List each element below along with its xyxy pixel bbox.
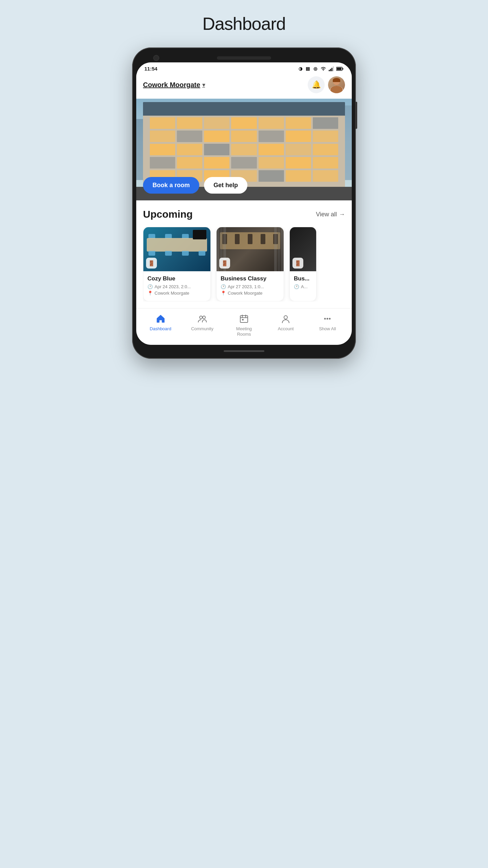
section-header: Upcoming View all → — [143, 209, 345, 220]
nav-label-dashboard: Dashboard — [150, 326, 171, 332]
nav-item-meeting-rooms[interactable]: Meeting Rooms — [232, 314, 256, 337]
svg-rect-2 — [331, 68, 332, 71]
svg-rect-13 — [242, 319, 244, 320]
window — [177, 144, 202, 155]
clock-icon: 🕐 — [294, 284, 299, 289]
svg-rect-1 — [330, 69, 331, 71]
svg-point-16 — [327, 318, 328, 320]
card-body: Business Classy 🕐 Apr 27 2023, 1:0... 📍 … — [217, 271, 284, 301]
book-room-button[interactable]: Book a room — [143, 177, 199, 194]
clock-icon: 🕐 — [147, 284, 153, 289]
card-date: 🕐 Apr 24 2023, 2:0... — [147, 284, 206, 289]
account-icon — [281, 314, 290, 325]
upcoming-section: Upcoming View all → — [136, 200, 352, 308]
svg-point-15 — [324, 318, 326, 320]
storage-icon: ▤ — [305, 66, 310, 72]
window — [259, 117, 284, 129]
bottom-navigation: Dashboard Community — [136, 308, 352, 345]
window — [259, 144, 284, 155]
card-date-text: Apr 27 2023, 1:0... — [228, 284, 264, 289]
window — [286, 170, 311, 182]
window — [204, 131, 229, 142]
more-icon — [323, 314, 332, 325]
calendar-icon — [239, 314, 249, 325]
front-camera — [153, 55, 159, 61]
hero-image: Book a room Get help — [136, 99, 352, 200]
roof — [143, 102, 345, 116]
window — [313, 157, 338, 169]
phone-top-bar — [136, 52, 352, 62]
window — [259, 157, 284, 169]
nav-item-show-all[interactable]: Show All — [316, 314, 339, 332]
window — [231, 144, 257, 155]
window — [259, 170, 284, 182]
header-actions: 🔔 — [308, 76, 345, 93]
app-header: Cowork Moorgate ▾ 🔔 — [136, 74, 352, 99]
svg-point-7 — [200, 316, 202, 319]
power-button — [355, 102, 357, 129]
hero-buttons: Book a room Get help — [143, 177, 247, 194]
window — [204, 157, 229, 169]
user-avatar-button[interactable] — [328, 76, 345, 93]
window — [286, 157, 311, 169]
phone-frame: 11:54 ◑ ▤ ◎ — [132, 47, 356, 359]
door-icon: 🚪 — [146, 258, 157, 269]
clock-icon: 🕐 — [221, 284, 226, 289]
home-indicator — [224, 350, 264, 352]
signal-icon — [329, 66, 334, 71]
notifications-button[interactable]: 🔔 — [308, 76, 325, 93]
booking-card-partial: 🚪 Bus... 🕐 A... — [289, 227, 317, 301]
door-icon: 🚪 — [292, 258, 303, 269]
svg-rect-5 — [343, 68, 344, 70]
circle-icon: ◑ — [298, 66, 303, 72]
nav-item-dashboard[interactable]: Dashboard — [149, 314, 172, 332]
window — [150, 131, 175, 142]
view-all-label: View all — [316, 211, 337, 218]
nav-label-community: Community — [191, 326, 214, 332]
svg-rect-3 — [333, 66, 334, 71]
pin-icon: 📍 — [221, 291, 226, 296]
window — [177, 117, 202, 129]
nav-item-account[interactable]: Account — [274, 314, 298, 332]
page-title: Dashboard — [202, 14, 285, 34]
booking-cards-row: 🚪 Cozy Blue 🕐 Apr 24 2023, 2:0... 📍 Cowo… — [143, 227, 345, 301]
chevron-down-icon: ▾ — [202, 82, 205, 88]
window — [204, 117, 229, 129]
door-icon: 🚪 — [219, 258, 230, 269]
get-help-button[interactable]: Get help — [204, 177, 247, 194]
home-icon — [156, 314, 165, 325]
arrow-right-icon: → — [339, 211, 345, 218]
card-body-partial: Bus... 🕐 A... — [290, 271, 316, 295]
window — [313, 144, 338, 155]
card-date-partial: 🕐 A... — [294, 284, 312, 289]
nav-label-show-all: Show All — [319, 326, 336, 332]
window — [150, 157, 175, 169]
window — [286, 117, 311, 129]
booking-card[interactable]: 🚪 Business Classy 🕐 Apr 27 2023, 1:0... … — [216, 227, 284, 301]
window — [286, 144, 311, 155]
wifi-icon — [320, 66, 327, 72]
card-title: Business Classy — [221, 275, 280, 282]
status-time: 11:54 — [144, 66, 157, 72]
card-date-text: Apr 24 2023, 2:0... — [155, 284, 191, 289]
battery-icon — [336, 66, 344, 71]
booking-card[interactable]: 🚪 Cozy Blue 🕐 Apr 24 2023, 2:0... 📍 Cowo… — [143, 227, 211, 301]
phone-bottom-bar — [136, 345, 352, 355]
nav-label-meeting-rooms: Meeting Rooms — [236, 326, 252, 337]
view-all-link[interactable]: View all → — [316, 211, 345, 218]
svg-rect-9 — [240, 316, 248, 322]
window — [313, 131, 338, 142]
earpiece — [217, 56, 271, 60]
community-icon — [198, 314, 207, 325]
window — [231, 131, 257, 142]
window — [259, 131, 284, 142]
nav-item-community[interactable]: Community — [190, 314, 214, 332]
status-icons: ◑ ▤ ◎ — [298, 66, 344, 72]
location-name: Cowork Moorgate — [143, 81, 200, 89]
window — [177, 157, 202, 169]
svg-point-17 — [329, 318, 331, 320]
card-image-cozy: 🚪 — [143, 227, 210, 271]
window — [177, 131, 202, 142]
location-selector[interactable]: Cowork Moorgate ▾ — [143, 81, 205, 89]
upcoming-title: Upcoming — [143, 209, 193, 220]
